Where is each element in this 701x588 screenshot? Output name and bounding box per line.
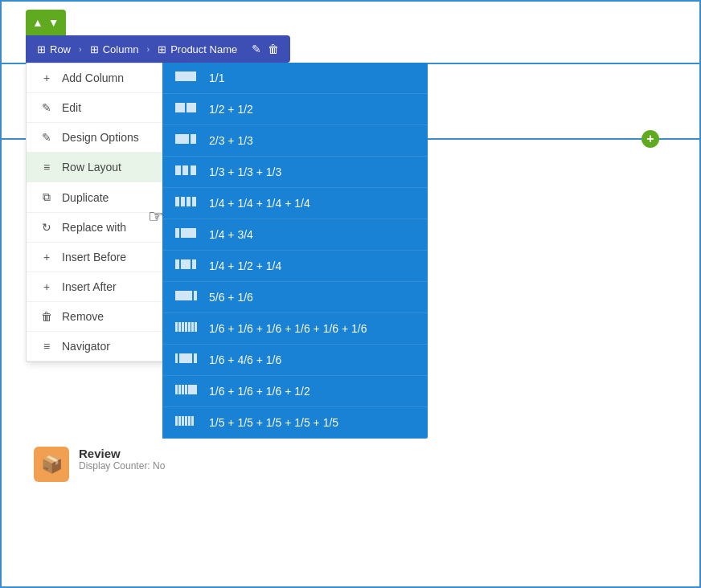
insert-after-icon: + xyxy=(39,280,54,293)
svg-rect-22 xyxy=(185,322,187,332)
navigator-label: Navigator xyxy=(62,340,110,353)
layout-label-fifths: 1/5 + 1/5 + 1/5 + 1/5 + 1/5 xyxy=(209,416,338,429)
layout-icon-1-4-3-4 xyxy=(175,227,198,242)
svg-rect-32 xyxy=(185,385,187,394)
svg-rect-11 xyxy=(192,197,196,206)
svg-rect-29 xyxy=(175,385,178,394)
layout-label-half-half: 1/2 + 1/2 xyxy=(209,103,253,116)
svg-rect-28 xyxy=(194,353,197,363)
edit-icon[interactable]: ✎ xyxy=(252,43,261,55)
breadcrumb-sep-2: › xyxy=(146,44,150,54)
remove-icon: 🗑 xyxy=(39,310,54,323)
layout-icon-1-6-4-6-1-6 xyxy=(175,353,198,367)
add-column-label: Add Column xyxy=(62,71,124,84)
review-text: Review Display Counter: No xyxy=(79,447,165,472)
down-arrow-icon[interactable]: ▼ xyxy=(48,16,59,29)
breadcrumb-sep-1: › xyxy=(79,44,82,54)
svg-rect-23 xyxy=(188,322,191,332)
svg-rect-35 xyxy=(178,416,181,426)
layout-label-1-4-3-4: 1/4 + 3/4 xyxy=(209,228,253,241)
layout-icon-half-half xyxy=(175,102,198,116)
arrow-controls: ▲ ▼ xyxy=(26,10,66,35)
layout-label-5-6-1-6: 5/6 + 1/6 xyxy=(209,291,253,304)
svg-rect-18 xyxy=(194,291,197,300)
add-column-icon: + xyxy=(39,71,54,84)
svg-rect-24 xyxy=(191,322,194,332)
svg-rect-37 xyxy=(185,416,187,426)
layout-item-1-6-4-6-1-6[interactable]: 1/6 + 4/6 + 1/6 xyxy=(162,345,428,376)
breadcrumb-column[interactable]: ⊞ Column xyxy=(84,40,146,59)
layout-item-sixths[interactable]: 1/6 + 1/6 + 1/6 + 1/6 + 1/6 + 1/6 xyxy=(162,313,428,345)
svg-rect-33 xyxy=(188,385,197,394)
insert-after-label: Insert After xyxy=(62,280,117,293)
breadcrumb-bar: ⊞ Row › ⊞ Column › ⊞ Product Name ✎ 🗑 xyxy=(26,35,290,63)
review-title: Review xyxy=(79,447,165,460)
svg-rect-17 xyxy=(175,291,192,300)
svg-rect-16 xyxy=(192,259,196,269)
breadcrumb-row-label: Row xyxy=(50,43,71,55)
layout-icon-quarters xyxy=(175,196,198,210)
breadcrumb-product-name[interactable]: ⊞ Product Name xyxy=(151,40,244,59)
duplicate-icon: ⧉ xyxy=(39,190,54,204)
svg-rect-14 xyxy=(175,259,179,269)
svg-rect-15 xyxy=(181,259,191,269)
insert-before-icon: + xyxy=(39,251,54,263)
layout-label-quarters: 1/4 + 1/4 + 1/4 + 1/4 xyxy=(209,197,310,210)
row-layout-icon: ≡ xyxy=(39,161,54,174)
svg-rect-36 xyxy=(182,416,184,426)
layout-label-thirds: 1/3 + 1/3 + 1/3 xyxy=(209,165,281,178)
svg-rect-7 xyxy=(191,165,196,175)
layout-submenu: 1/1 1/2 + 1/2 2/3 + 1/3 xyxy=(162,63,428,439)
design-options-label: Design Options xyxy=(62,131,139,144)
breadcrumb-actions: ✎ 🗑 xyxy=(245,43,285,55)
remove-label: Remove xyxy=(62,310,104,323)
layout-icon-1-1 xyxy=(175,71,198,85)
layout-item-2-3-1-3[interactable]: 2/3 + 1/3 xyxy=(162,125,428,157)
svg-rect-19 xyxy=(175,322,178,332)
delete-icon[interactable]: 🗑 xyxy=(268,43,279,55)
svg-rect-3 xyxy=(175,134,189,144)
replace-with-label: Replace with xyxy=(62,221,126,234)
svg-rect-12 xyxy=(175,228,179,238)
arrow-controls-bar: ▲ ▼ xyxy=(26,10,66,35)
svg-rect-31 xyxy=(182,385,184,394)
row-icon: ⊞ xyxy=(37,43,46,55)
plus-add-button[interactable]: + xyxy=(642,130,659,148)
layout-item-1-4-3-4[interactable]: 1/4 + 3/4 xyxy=(162,219,428,251)
breadcrumb-column-label: Column xyxy=(103,43,139,55)
breadcrumb-row[interactable]: ⊞ Row xyxy=(31,40,77,59)
layout-item-quarters[interactable]: 1/4 + 1/4 + 1/4 + 1/4 xyxy=(162,188,428,219)
svg-rect-21 xyxy=(182,322,184,332)
review-subtitle: Display Counter: No xyxy=(79,460,165,472)
review-widget: 📦 Review Display Counter: No xyxy=(26,439,173,490)
svg-rect-20 xyxy=(178,322,181,332)
layout-label-1-4-1-2-1-4: 1/4 + 1/2 + 1/4 xyxy=(209,259,281,272)
svg-rect-13 xyxy=(181,228,196,238)
layout-icon-1-6-1-6-1-6-1-2 xyxy=(175,384,198,398)
layout-item-1-4-1-2-1-4[interactable]: 1/4 + 1/2 + 1/4 xyxy=(162,251,428,282)
layout-item-1-6-1-6-1-6-1-2[interactable]: 1/6 + 1/6 + 1/6 + 1/2 xyxy=(162,376,428,407)
svg-rect-2 xyxy=(187,103,196,112)
layout-item-5-6-1-6[interactable]: 5/6 + 1/6 xyxy=(162,282,428,313)
product-icon: ⊞ xyxy=(158,43,166,55)
edit-label: Edit xyxy=(62,101,81,114)
svg-rect-25 xyxy=(195,322,197,332)
svg-rect-10 xyxy=(187,197,191,206)
row-layout-label: Row Layout xyxy=(62,161,121,174)
layout-label-1-6-4-6-1-6: 1/6 + 4/6 + 1/6 xyxy=(209,353,281,366)
replace-with-icon: ↻ xyxy=(39,221,54,234)
layout-label-sixths: 1/6 + 1/6 + 1/6 + 1/6 + 1/6 + 1/6 xyxy=(209,322,367,335)
layout-icon-sixths xyxy=(175,321,198,336)
svg-rect-8 xyxy=(175,197,179,206)
layout-item-thirds[interactable]: 1/3 + 1/3 + 1/3 xyxy=(162,157,428,188)
review-icon-box: 📦 xyxy=(34,447,69,482)
insert-before-label: Insert Before xyxy=(62,251,126,263)
layout-item-half-half[interactable]: 1/2 + 1/2 xyxy=(162,94,428,125)
layout-icon-fifths xyxy=(175,415,198,430)
svg-rect-38 xyxy=(188,416,191,426)
layout-item-1-1[interactable]: 1/1 xyxy=(162,63,428,94)
up-arrow-icon[interactable]: ▲ xyxy=(32,16,43,29)
layout-item-fifths[interactable]: 1/5 + 1/5 + 1/5 + 1/5 + 1/5 xyxy=(162,407,428,439)
page-wrapper: + ▲ ▼ ⊞ Row › ⊞ Column › ⊞ Product Name … xyxy=(0,0,701,588)
layout-icon-2-3-1-3 xyxy=(175,133,198,148)
